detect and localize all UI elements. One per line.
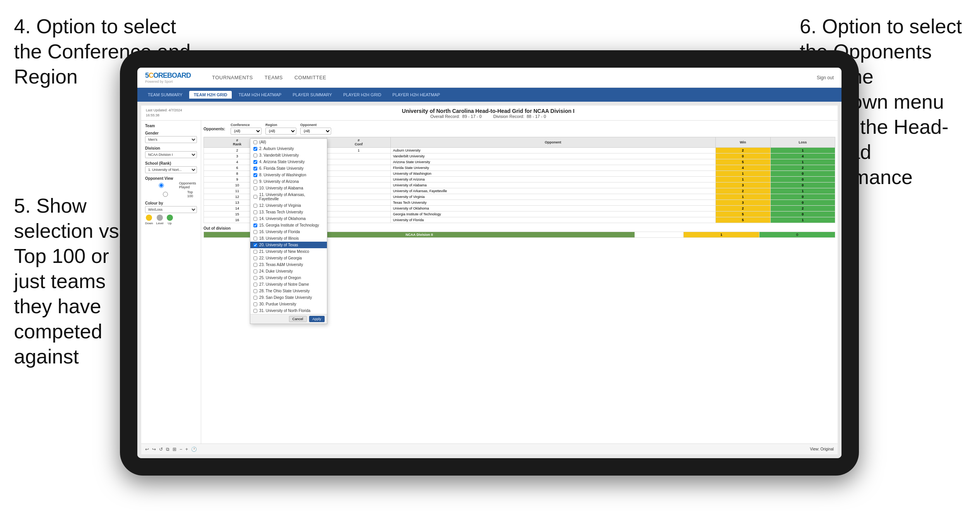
copy-icon[interactable]: ⧉	[166, 447, 169, 452]
subnav-player-summary[interactable]: PLAYER SUMMARY	[288, 91, 337, 99]
dot-level: Level	[156, 215, 163, 225]
dropdown-item[interactable]: 4. Arizona State University	[250, 159, 327, 165]
nav-menu: TOURNAMENTS TEAMS COMMITTEE	[212, 75, 817, 80]
dropdown-item[interactable]: 21. University of New Mexico	[250, 248, 327, 255]
school-select[interactable]: 1. University of Nort...	[145, 166, 197, 173]
sign-out-link[interactable]: Sign out	[817, 75, 834, 80]
up-dot	[167, 215, 173, 221]
dot-up: Up	[167, 215, 173, 225]
division-win: 1	[684, 232, 759, 238]
dropdown-item[interactable]: 18. University of Illinois	[250, 235, 327, 242]
report-container: Last Updated: 4/7/2024 16:55:38 Universi…	[141, 106, 838, 454]
nav-committee[interactable]: COMMITTEE	[294, 75, 327, 80]
colour-by-select[interactable]: Win/Loss	[145, 206, 197, 213]
division-select[interactable]: NCAA Division I	[145, 151, 197, 158]
dropdown-item[interactable]: 13. Texas Tech University	[250, 209, 327, 215]
region-filter-label: Region	[265, 123, 296, 127]
division-team-name	[635, 232, 684, 238]
dropdown-item[interactable]: 14. University of Oklahoma	[250, 215, 327, 222]
dropdown-item[interactable]: 10. University of Alabama	[250, 185, 327, 191]
opponent-view-section: Opponent View Opponents Played Top 100	[145, 176, 197, 198]
conference-filter-select[interactable]: (All)	[231, 128, 262, 135]
col-opponent: Opponent	[390, 137, 715, 148]
opponent-filter-label: Opponent	[300, 123, 331, 127]
school-label: School (Rank)	[145, 161, 197, 165]
nav-tournaments[interactable]: TOURNAMENTS	[212, 75, 253, 80]
refresh-icon[interactable]: ↺	[159, 447, 163, 452]
conference-filter-group: Conference (All)	[231, 123, 262, 135]
gender-label: Gender	[145, 131, 197, 135]
dot-down: Down	[145, 215, 153, 225]
opponents-label: Opponents:	[204, 127, 225, 131]
gender-select[interactable]: Men's	[145, 136, 197, 143]
opponent-filter-select[interactable]: (All)	[300, 128, 331, 135]
dropdown-item[interactable]: 12. University of Virginia	[250, 202, 327, 209]
top-100-radio[interactable]: Top 100	[145, 190, 197, 198]
grid-area: Opponents: Conference (All) Region	[201, 121, 838, 443]
report-header: Last Updated: 4/7/2024 16:55:38 Universi…	[141, 106, 838, 121]
dropdown-item[interactable]: 31. University of North Florida	[250, 307, 327, 314]
dropdown-item[interactable]: 8. University of Washington	[250, 172, 327, 178]
undo-icon[interactable]: ↩	[145, 447, 149, 452]
level-dot	[157, 215, 163, 221]
clock-icon[interactable]: 🕐	[191, 447, 197, 452]
opponent-dropdown-panel[interactable]: (All) 2. Auburn University 3. Vanderbilt…	[250, 138, 327, 324]
view-label: View: Original	[810, 447, 834, 451]
report-body: Team Gender Men's Division NCAA Division…	[141, 121, 838, 443]
subnav-player-h2h-heatmap[interactable]: PLAYER H2H HEATMAP	[388, 91, 445, 99]
report-title: University of North Carolina Head-to-Hea…	[182, 108, 794, 114]
report-records: Overall Record: 89 - 17 - 0 Division Rec…	[182, 114, 794, 119]
dropdown-item[interactable]: 24. Duke University	[250, 268, 327, 275]
col-conf: #Conf	[327, 137, 391, 148]
dropdown-item[interactable]: 20. University of Texas	[250, 242, 327, 248]
toolbar: ↩ ↪ ↺ ⧉ ⊞ − + 🕐 View: Original	[141, 443, 838, 454]
subnav-team-summary[interactable]: TEAM SUMMARY	[143, 91, 187, 99]
filter-row: Opponents: Conference (All) Region	[204, 123, 835, 135]
down-dot	[146, 215, 152, 221]
dropdown-item[interactable]: 16. University of Florida	[250, 229, 327, 235]
dropdown-item[interactable]: 25. University of Oregon	[250, 275, 327, 281]
conference-filter-label: Conference	[231, 123, 262, 127]
dropdown-item[interactable]: 28. The Ohio State University	[250, 288, 327, 294]
sub-nav: TEAM SUMMARY TEAM H2H GRID TEAM H2H HEAT…	[137, 88, 841, 102]
dropdown-item[interactable]: 22. University of Georgia	[250, 255, 327, 261]
dropdown-item[interactable]: 29. San Diego State University	[250, 294, 327, 301]
subnav-team-h2h-grid[interactable]: TEAM H2H GRID	[189, 91, 232, 99]
dropdown-item[interactable]: 23. Texas A&M University	[250, 261, 327, 268]
dropdown-item[interactable]: 3. Vanderbilt University	[250, 152, 327, 159]
left-panel: Team Gender Men's Division NCAA Division…	[141, 121, 201, 443]
tablet-frame: 5COREBOARD Powered by Sport TOURNAMENTS …	[120, 50, 859, 476]
app-header: 5COREBOARD Powered by Sport TOURNAMENTS …	[137, 68, 841, 88]
minus-icon[interactable]: −	[180, 447, 182, 452]
dropdown-item[interactable]: (All)	[250, 139, 327, 145]
dropdown-item[interactable]: 30. Purdue University	[250, 301, 327, 307]
dropdown-item[interactable]: 27. University of Notre Dame	[250, 281, 327, 288]
col-win: Win	[715, 137, 770, 148]
colour-section: Colour by Win/Loss Down	[145, 201, 197, 225]
plus-icon[interactable]: +	[185, 447, 188, 452]
opponent-view-label: Opponent View	[145, 176, 197, 181]
dropdown-item[interactable]: 11. University of Arkansas, Fayetteville	[250, 191, 327, 202]
dropdown-item[interactable]: 15. Georgia Institute of Technology	[250, 222, 327, 229]
cancel-button[interactable]: Cancel	[289, 316, 307, 322]
subnav-team-h2h-heatmap[interactable]: TEAM H2H HEATMAP	[234, 91, 286, 99]
last-updated: Last Updated: 4/7/2024 16:55:38	[146, 108, 182, 118]
apply-button[interactable]: Apply	[309, 316, 325, 322]
opponents-played-radio[interactable]: Opponents Played	[145, 181, 197, 189]
region-filter-select[interactable]: (All)	[265, 128, 296, 135]
redo-icon[interactable]: ↪	[152, 447, 156, 452]
nav-teams[interactable]: TEAMS	[265, 75, 283, 80]
main-content: Last Updated: 4/7/2024 16:55:38 Universi…	[137, 102, 841, 458]
subnav-player-h2h-grid[interactable]: PLAYER H2H GRID	[339, 91, 386, 99]
dropdown-actions: Cancel Apply	[250, 314, 327, 324]
opponent-filter-group: Opponent (All) (All) 2. Auburn Universit…	[300, 123, 331, 135]
logo: 5COREBOARD	[145, 72, 191, 80]
division-loss: 0	[759, 232, 835, 238]
tablet-screen: 5COREBOARD Powered by Sport TOURNAMENTS …	[137, 68, 841, 458]
logo-sub: Powered by Sport	[145, 80, 202, 84]
dropdown-item[interactable]: 9. University of Arizona	[250, 178, 327, 185]
dropdown-item[interactable]: 6. Florida State University	[250, 165, 327, 172]
grid-icon[interactable]: ⊞	[173, 447, 176, 452]
dropdown-item[interactable]: 2. Auburn University	[250, 145, 327, 152]
annotation-5: 5. Show selection vs Top 100 or just tea…	[14, 193, 130, 369]
